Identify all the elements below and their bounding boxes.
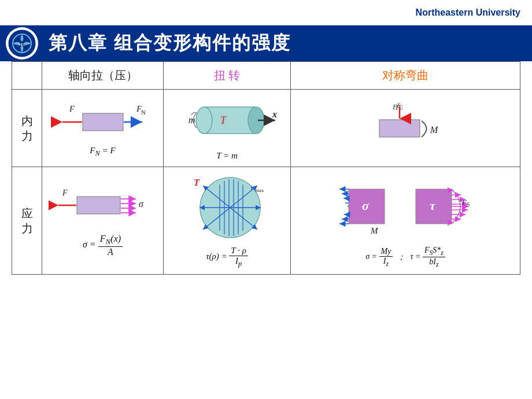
- torsion-yingli-diagram: T τ max: [169, 173, 285, 242]
- torsion-yingli-formula: τ(ρ) = T · ρ Ip: [206, 246, 248, 268]
- svg-text:T: T: [194, 178, 200, 187]
- axial-yingli-formula: σ = FN(x) A: [83, 234, 123, 257]
- bending-neili-content: F⃗ F S M: [291, 91, 520, 166]
- svg-text:N: N: [141, 109, 146, 116]
- content-table: 轴向拉（压） 扭 转 对称弯曲 内力: [12, 61, 520, 275]
- torsion-yingli-content: T τ max: [164, 167, 290, 274]
- svg-rect-16: [379, 120, 420, 137]
- svg-text:σ: σ: [139, 199, 144, 209]
- th-axial: 轴向拉（压）: [42, 62, 164, 90]
- svg-text:x: x: [272, 109, 277, 119]
- svg-text:σ: σ: [362, 198, 370, 213]
- svg-text:M: M: [370, 226, 379, 235]
- axial-yingli-content: F σ σ = FN(x) A: [42, 178, 163, 263]
- bending-yingli-formula: σ = My Iz ； τ = FSS*z: [365, 246, 445, 268]
- torsion-neili-formula: T = m: [216, 151, 238, 161]
- header-banner: NEU 第八章 组合变形构件的强度: [0, 25, 532, 61]
- svg-text:S: S: [397, 102, 400, 108]
- university-logo: NEU: [6, 27, 38, 60]
- svg-text:F: F: [62, 189, 68, 197]
- top-bar: Northeastern University: [0, 0, 532, 25]
- cell-bending-yingli: σ M: [291, 167, 520, 275]
- svg-text:τ: τ: [430, 198, 436, 213]
- university-name: Northeastern University: [416, 8, 520, 18]
- table-header-row: 轴向拉（压） 扭 转 对称弯曲: [12, 62, 520, 90]
- svg-rect-22: [77, 197, 120, 214]
- svg-text:NEU: NEU: [18, 42, 27, 47]
- svg-text:T: T: [220, 114, 227, 126]
- th-bending: 对称弯曲: [291, 62, 520, 90]
- axial-neili-diagram: F F N: [51, 99, 155, 142]
- cell-axial-neili: F F N FN = F: [42, 90, 164, 167]
- bending-yingli-diagram: σ M: [336, 173, 475, 242]
- svg-text:S: S: [467, 201, 470, 208]
- axial-neili-content: F F N FN = F: [42, 91, 163, 166]
- svg-point-10: [196, 107, 212, 134]
- axial-yingli-diagram: F σ: [48, 184, 158, 230]
- axial-neili-formula: FN = F: [90, 146, 115, 158]
- main-content: 轴向拉（压） 扭 转 对称弯曲 内力: [12, 61, 520, 393]
- th-empty: [12, 62, 42, 90]
- svg-text:M: M: [430, 125, 439, 135]
- bending-neili-diagram: F⃗ F S M: [342, 102, 469, 154]
- torsion-neili-content: T m x T = m: [164, 90, 290, 167]
- table-row-yingli: 应力: [12, 167, 520, 275]
- table-row-neili: 内力: [12, 90, 520, 167]
- torsion-neili-diagram: T m x: [172, 95, 282, 147]
- cell-axial-yingli: F σ σ = FN(x) A: [42, 167, 164, 275]
- cell-torsion-yingli: T τ max: [164, 167, 291, 275]
- svg-text:F: F: [69, 104, 75, 113]
- cell-torsion-neili: T m x T = m: [164, 90, 291, 167]
- row-label-yingli: 应力: [12, 167, 42, 275]
- bending-yingli-content: σ M: [291, 167, 520, 274]
- cell-bending-neili: F⃗ F S M: [291, 90, 520, 167]
- th-torsion: 扭 转: [164, 62, 291, 90]
- svg-rect-3: [83, 113, 123, 131]
- svg-text:max: max: [255, 187, 264, 193]
- row-label-neili: 内力: [12, 90, 42, 167]
- page-title: 第八章 组合变形构件的强度: [49, 31, 291, 56]
